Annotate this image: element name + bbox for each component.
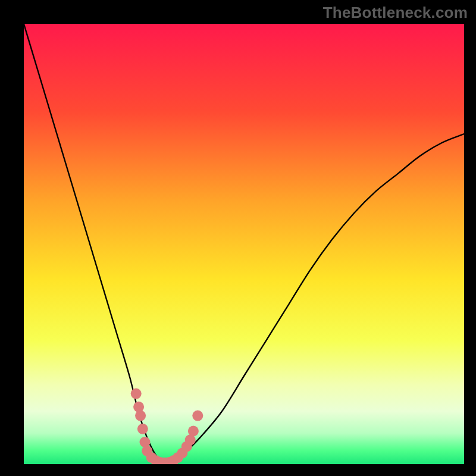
highlight-markers <box>131 389 203 464</box>
bottleneck-curve <box>24 24 464 464</box>
highlight-marker <box>135 411 146 421</box>
highlight-marker <box>137 424 148 434</box>
highlight-marker <box>192 411 203 421</box>
curve-layer <box>24 24 464 464</box>
highlight-marker <box>133 402 144 412</box>
highlight-marker <box>131 389 142 399</box>
watermark-text: TheBottleneck.com <box>323 4 468 22</box>
chart-frame: TheBottleneck.com <box>0 0 476 476</box>
plot-area <box>24 24 464 464</box>
highlight-marker <box>188 426 199 437</box>
